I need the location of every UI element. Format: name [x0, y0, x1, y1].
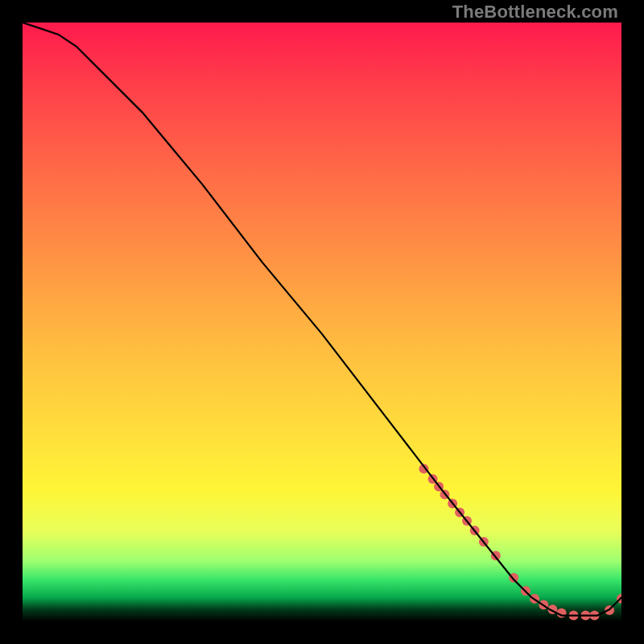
chart-svg: [23, 23, 621, 621]
watermark-label: TheBottleneck.com: [452, 3, 618, 21]
marker-layer: [419, 464, 622, 620]
chart-stage: TheBottleneck.com: [0, 0, 644, 644]
plot-area: [23, 23, 621, 621]
curve-line: [23, 23, 621, 616]
